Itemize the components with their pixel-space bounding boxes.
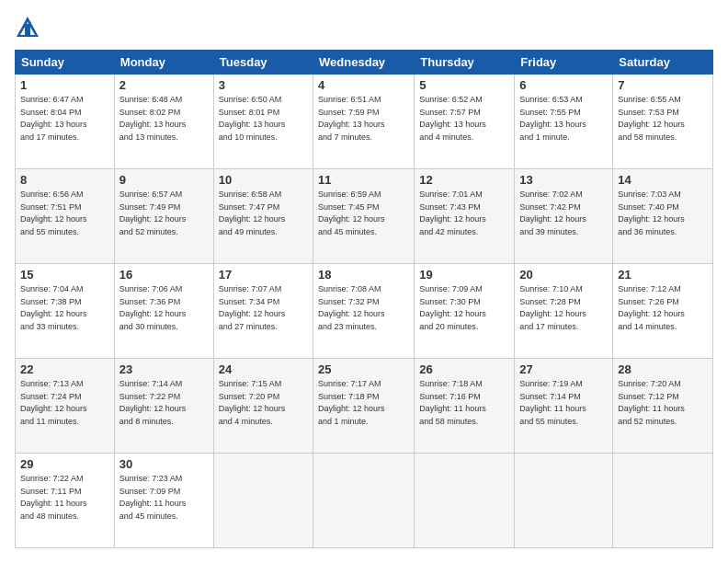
calendar-cell [515, 454, 613, 548]
calendar-cell: 19Sunrise: 7:09 AM Sunset: 7:30 PM Dayli… [415, 264, 515, 359]
calendar-cell: 15Sunrise: 7:04 AM Sunset: 7:38 PM Dayli… [16, 264, 115, 359]
svg-rect-2 [25, 24, 30, 35]
day-info: Sunrise: 7:02 AM Sunset: 7:42 PM Dayligh… [519, 189, 608, 238]
calendar-cell: 9Sunrise: 6:57 AM Sunset: 7:49 PM Daylig… [114, 169, 213, 264]
day-info: Sunrise: 7:09 AM Sunset: 7:30 PM Dayligh… [419, 283, 509, 333]
page: SundayMondayTuesdayWednesdayThursdayFrid… [0, 0, 728, 563]
calendar-cell: 21Sunrise: 7:12 AM Sunset: 7:26 PM Dayli… [613, 264, 713, 359]
day-number: 24 [219, 362, 308, 376]
calendar-cell: 22Sunrise: 7:13 AM Sunset: 7:24 PM Dayli… [16, 359, 115, 454]
weekday-header-sunday: Sunday [16, 51, 115, 75]
day-number: 29 [20, 457, 109, 471]
day-number: 30 [119, 457, 209, 471]
day-info: Sunrise: 7:04 AM Sunset: 7:38 PM Dayligh… [20, 283, 109, 333]
day-number: 11 [318, 173, 409, 187]
week-row-3: 15Sunrise: 7:04 AM Sunset: 7:38 PM Dayli… [16, 264, 713, 359]
calendar-cell [613, 454, 713, 548]
day-info: Sunrise: 7:15 AM Sunset: 7:20 PM Dayligh… [219, 378, 308, 428]
weekday-header-wednesday: Wednesday [313, 51, 415, 75]
day-info: Sunrise: 6:57 AM Sunset: 7:49 PM Dayligh… [119, 189, 209, 238]
header-area [15, 15, 713, 40]
day-info: Sunrise: 6:59 AM Sunset: 7:45 PM Dayligh… [318, 189, 409, 238]
calendar-cell [313, 454, 415, 548]
day-info: Sunrise: 7:18 AM Sunset: 7:16 PM Dayligh… [419, 378, 509, 428]
day-info: Sunrise: 7:12 AM Sunset: 7:26 PM Dayligh… [618, 283, 708, 333]
day-info: Sunrise: 6:58 AM Sunset: 7:47 PM Dayligh… [219, 189, 308, 238]
calendar-cell: 25Sunrise: 7:17 AM Sunset: 7:18 PM Dayli… [313, 359, 415, 454]
day-info: Sunrise: 7:07 AM Sunset: 7:34 PM Dayligh… [219, 283, 308, 333]
day-info: Sunrise: 7:10 AM Sunset: 7:28 PM Dayligh… [519, 283, 608, 333]
calendar-cell: 11Sunrise: 6:59 AM Sunset: 7:45 PM Dayli… [313, 169, 415, 264]
day-number: 13 [519, 173, 608, 187]
calendar-cell: 20Sunrise: 7:10 AM Sunset: 7:28 PM Dayli… [515, 264, 613, 359]
week-row-1: 1Sunrise: 6:47 AM Sunset: 8:04 PM Daylig… [16, 75, 713, 169]
day-number: 19 [419, 268, 509, 282]
day-info: Sunrise: 7:08 AM Sunset: 7:32 PM Dayligh… [318, 283, 409, 333]
day-number: 25 [318, 362, 409, 376]
day-info: Sunrise: 7:19 AM Sunset: 7:14 PM Dayligh… [519, 378, 608, 428]
calendar-cell: 26Sunrise: 7:18 AM Sunset: 7:16 PM Dayli… [415, 359, 515, 454]
day-info: Sunrise: 7:22 AM Sunset: 7:11 PM Dayligh… [20, 473, 109, 523]
calendar-cell: 6Sunrise: 6:53 AM Sunset: 7:55 PM Daylig… [515, 75, 613, 169]
day-number: 27 [519, 362, 608, 376]
calendar-cell: 23Sunrise: 7:14 AM Sunset: 7:22 PM Dayli… [114, 359, 213, 454]
weekday-header-tuesday: Tuesday [213, 51, 313, 75]
day-number: 2 [119, 78, 209, 92]
day-number: 10 [219, 173, 308, 187]
day-number: 28 [618, 362, 708, 376]
day-info: Sunrise: 6:56 AM Sunset: 7:51 PM Dayligh… [20, 189, 109, 238]
calendar-cell: 18Sunrise: 7:08 AM Sunset: 7:32 PM Dayli… [313, 264, 415, 359]
calendar-cell: 8Sunrise: 6:56 AM Sunset: 7:51 PM Daylig… [16, 169, 115, 264]
day-number: 9 [119, 173, 209, 187]
calendar-cell: 4Sunrise: 6:51 AM Sunset: 7:59 PM Daylig… [313, 75, 415, 169]
weekday-header-friday: Friday [515, 51, 613, 75]
calendar-cell: 10Sunrise: 6:58 AM Sunset: 7:47 PM Dayli… [213, 169, 313, 264]
day-info: Sunrise: 7:13 AM Sunset: 7:24 PM Dayligh… [20, 378, 109, 428]
logo [15, 15, 44, 40]
day-info: Sunrise: 6:55 AM Sunset: 7:53 PM Dayligh… [618, 94, 708, 144]
day-number: 3 [219, 78, 308, 92]
day-number: 18 [318, 268, 409, 282]
calendar-cell: 17Sunrise: 7:07 AM Sunset: 7:34 PM Dayli… [213, 264, 313, 359]
calendar-cell [415, 454, 515, 548]
day-number: 6 [519, 78, 608, 92]
day-number: 16 [119, 268, 209, 282]
calendar-cell: 7Sunrise: 6:55 AM Sunset: 7:53 PM Daylig… [613, 75, 713, 169]
calendar-cell [213, 454, 313, 548]
day-info: Sunrise: 6:50 AM Sunset: 8:01 PM Dayligh… [219, 94, 308, 144]
day-number: 22 [20, 362, 109, 376]
calendar-cell: 1Sunrise: 6:47 AM Sunset: 8:04 PM Daylig… [16, 75, 115, 169]
day-info: Sunrise: 7:17 AM Sunset: 7:18 PM Dayligh… [318, 378, 409, 428]
week-row-5: 29Sunrise: 7:22 AM Sunset: 7:11 PM Dayli… [16, 454, 713, 548]
day-info: Sunrise: 7:03 AM Sunset: 7:40 PM Dayligh… [618, 189, 708, 238]
week-row-4: 22Sunrise: 7:13 AM Sunset: 7:24 PM Dayli… [16, 359, 713, 454]
day-info: Sunrise: 7:06 AM Sunset: 7:36 PM Dayligh… [119, 283, 209, 333]
day-info: Sunrise: 7:23 AM Sunset: 7:09 PM Dayligh… [119, 473, 209, 523]
logo-icon [15, 15, 40, 40]
calendar: SundayMondayTuesdayWednesdayThursdayFrid… [15, 50, 713, 548]
calendar-cell: 24Sunrise: 7:15 AM Sunset: 7:20 PM Dayli… [213, 359, 313, 454]
day-number: 17 [219, 268, 308, 282]
day-number: 14 [618, 173, 708, 187]
day-number: 23 [119, 362, 209, 376]
day-info: Sunrise: 6:48 AM Sunset: 8:02 PM Dayligh… [119, 94, 209, 144]
day-info: Sunrise: 7:20 AM Sunset: 7:12 PM Dayligh… [618, 378, 708, 428]
calendar-cell: 27Sunrise: 7:19 AM Sunset: 7:14 PM Dayli… [515, 359, 613, 454]
weekday-header-thursday: Thursday [415, 51, 515, 75]
calendar-cell: 3Sunrise: 6:50 AM Sunset: 8:01 PM Daylig… [213, 75, 313, 169]
day-number: 7 [618, 78, 708, 92]
calendar-cell: 16Sunrise: 7:06 AM Sunset: 7:36 PM Dayli… [114, 264, 213, 359]
day-number: 20 [519, 268, 608, 282]
calendar-cell: 14Sunrise: 7:03 AM Sunset: 7:40 PM Dayli… [613, 169, 713, 264]
day-number: 15 [20, 268, 109, 282]
day-number: 5 [419, 78, 509, 92]
calendar-cell: 12Sunrise: 7:01 AM Sunset: 7:43 PM Dayli… [415, 169, 515, 264]
day-number: 21 [618, 268, 708, 282]
day-number: 26 [419, 362, 509, 376]
day-info: Sunrise: 6:47 AM Sunset: 8:04 PM Dayligh… [20, 94, 109, 144]
weekday-header-row: SundayMondayTuesdayWednesdayThursdayFrid… [16, 51, 713, 75]
calendar-cell: 30Sunrise: 7:23 AM Sunset: 7:09 PM Dayli… [114, 454, 213, 548]
day-number: 8 [20, 173, 109, 187]
week-row-2: 8Sunrise: 6:56 AM Sunset: 7:51 PM Daylig… [16, 169, 713, 264]
day-info: Sunrise: 6:52 AM Sunset: 7:57 PM Dayligh… [419, 94, 509, 144]
